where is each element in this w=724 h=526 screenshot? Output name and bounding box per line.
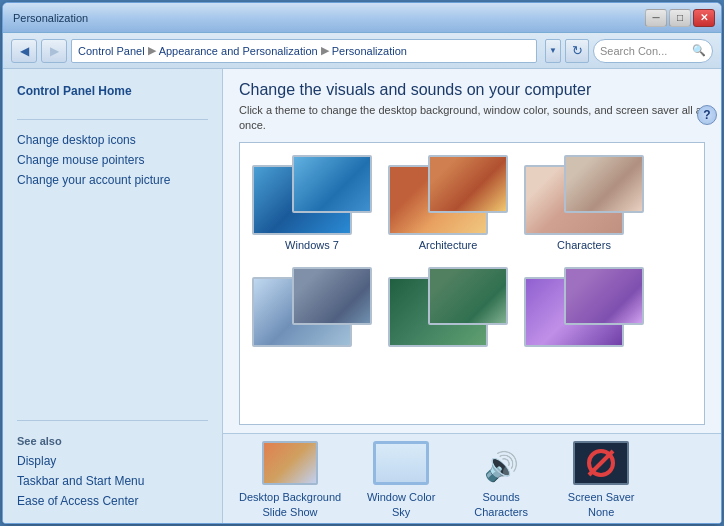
desktop-bg-preview bbox=[262, 441, 318, 485]
theme-grid: Windows 7 Architecture bbox=[240, 143, 704, 424]
sidebar-divider-1 bbox=[17, 119, 208, 120]
search-text: Search Con... bbox=[600, 45, 667, 57]
toolbar-screen-saver[interactable]: Screen SaverNone bbox=[561, 438, 641, 519]
theme-4[interactable] bbox=[520, 263, 648, 355]
close-button[interactable]: ✕ bbox=[693, 9, 715, 27]
toolbar-desktop-background[interactable]: Desktop BackgroundSlide Show bbox=[239, 438, 341, 519]
window-color-label: Window ColorSky bbox=[367, 490, 435, 519]
sidebar-link-desktop-icons[interactable]: Change desktop icons bbox=[3, 130, 222, 150]
title-bar: Personalization ─ □ ✕ bbox=[3, 3, 721, 33]
title-bar-controls: ─ □ ✕ bbox=[645, 9, 715, 27]
sidebar-link-account-picture[interactable]: Change your account picture bbox=[3, 170, 222, 190]
toolbar-window-color[interactable]: Window ColorSky bbox=[361, 438, 441, 519]
theme-label: Characters bbox=[557, 239, 611, 251]
screen-saver-preview bbox=[573, 441, 629, 485]
sidebar-divider-2 bbox=[17, 420, 208, 421]
no-entry-icon bbox=[587, 449, 615, 477]
forward-button[interactable]: ▶ bbox=[41, 39, 67, 63]
window-color-icon bbox=[371, 438, 431, 488]
sounds-icon: 🔊 bbox=[471, 438, 531, 488]
sidebar-link-mouse-pointers[interactable]: Change mouse pointers bbox=[3, 150, 222, 170]
search-box[interactable]: Search Con... 🔍 bbox=[593, 39, 713, 63]
theme-characters[interactable]: Characters bbox=[520, 151, 648, 255]
theme-overlay-image bbox=[564, 267, 644, 325]
theme-label: Architecture bbox=[419, 239, 478, 251]
panel-header: Change the visuals and sounds on your co… bbox=[223, 69, 721, 142]
theme-3[interactable] bbox=[384, 263, 512, 355]
theme-overlay-image bbox=[292, 267, 372, 325]
theme-architecture[interactable]: Architecture bbox=[384, 151, 512, 255]
theme-preview bbox=[388, 267, 508, 347]
desktop-background-icon bbox=[260, 438, 320, 488]
theme-2[interactable] bbox=[248, 263, 376, 355]
back-button[interactable]: ◀ bbox=[11, 39, 37, 63]
right-panel: Change the visuals and sounds on your co… bbox=[223, 69, 721, 523]
theme-overlay-image bbox=[428, 267, 508, 325]
help-button[interactable]: ? bbox=[697, 105, 717, 125]
see-also-label: See also bbox=[3, 431, 222, 451]
sidebar: Control Panel Home Change desktop icons … bbox=[3, 69, 223, 523]
speaker-icon: 🔊 bbox=[484, 453, 519, 481]
main-content: Control Panel Home Change desktop icons … bbox=[3, 69, 721, 523]
sidebar-link-ease-of-access[interactable]: Ease of Access Center bbox=[3, 491, 222, 511]
theme-preview bbox=[524, 267, 644, 347]
screen-saver-label: Screen SaverNone bbox=[568, 490, 635, 519]
maximize-button[interactable]: □ bbox=[669, 9, 691, 27]
theme-overlay-image bbox=[564, 155, 644, 213]
minimize-button[interactable]: ─ bbox=[645, 9, 667, 27]
theme-windows7[interactable]: Windows 7 bbox=[248, 151, 376, 255]
search-icon: 🔍 bbox=[692, 44, 706, 57]
panel-title: Change the visuals and sounds on your co… bbox=[239, 81, 705, 99]
sidebar-link-display[interactable]: Display bbox=[3, 451, 222, 471]
theme-preview bbox=[252, 155, 372, 235]
sidebar-link-taskbar[interactable]: Taskbar and Start Menu bbox=[3, 471, 222, 491]
window-title: Personalization bbox=[13, 12, 88, 24]
panel-subtitle: Click a theme to change the desktop back… bbox=[239, 103, 705, 134]
refresh-button[interactable]: ↻ bbox=[565, 39, 589, 63]
bottom-toolbar: Desktop BackgroundSlide Show Window Colo… bbox=[223, 433, 721, 523]
breadcrumb-personalization[interactable]: Personalization bbox=[332, 45, 407, 57]
breadcrumb-control-panel[interactable]: Control Panel bbox=[78, 45, 145, 57]
breadcrumb: Control Panel ▶ Appearance and Personali… bbox=[71, 39, 537, 63]
desktop-background-label: Desktop BackgroundSlide Show bbox=[239, 490, 341, 519]
breadcrumb-dropdown[interactable]: ▼ bbox=[545, 39, 561, 63]
breadcrumb-appearance[interactable]: Appearance and Personalization bbox=[159, 45, 318, 57]
theme-label: Windows 7 bbox=[285, 239, 339, 251]
sounds-label: SoundsCharacters bbox=[474, 490, 528, 519]
sounds-preview: 🔊 bbox=[473, 441, 529, 485]
toolbar-sounds[interactable]: 🔊 SoundsCharacters bbox=[461, 438, 541, 519]
window-color-preview bbox=[373, 441, 429, 485]
theme-preview bbox=[524, 155, 644, 235]
address-bar: ◀ ▶ Control Panel ▶ Appearance and Perso… bbox=[3, 33, 721, 69]
main-window: Personalization ─ □ ✕ ◀ ▶ Control Panel … bbox=[2, 2, 722, 524]
theme-preview bbox=[252, 267, 372, 347]
screen-saver-icon bbox=[571, 438, 631, 488]
theme-grid-container: Windows 7 Architecture bbox=[239, 142, 705, 425]
theme-overlay-image bbox=[428, 155, 508, 213]
theme-preview bbox=[388, 155, 508, 235]
sidebar-home-link[interactable]: Control Panel Home bbox=[3, 81, 222, 101]
theme-overlay-image bbox=[292, 155, 372, 213]
